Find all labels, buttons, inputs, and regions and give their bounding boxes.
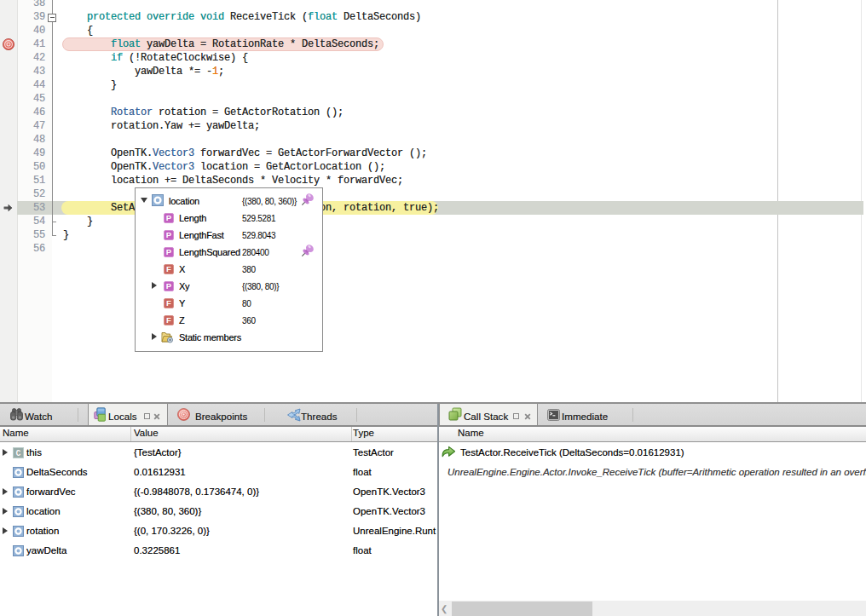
svg-text:F: F (166, 315, 171, 325)
svg-text:F: F (166, 264, 171, 273)
svg-text:C: C (15, 449, 20, 458)
svg-text:P: P (166, 213, 172, 222)
svg-text:P: P (166, 247, 172, 256)
svg-text:P: P (166, 281, 172, 291)
svg-text:P: P (166, 230, 172, 239)
svg-text:F: F (166, 298, 171, 308)
